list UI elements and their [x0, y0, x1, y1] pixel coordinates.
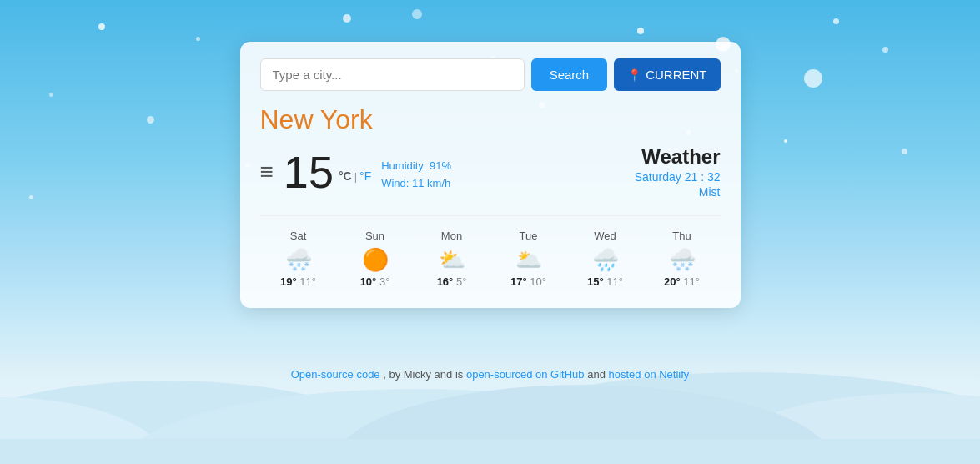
temp-low: 11°: [683, 275, 700, 288]
github-link[interactable]: open-sourced on GitHub: [466, 368, 585, 381]
forecast-icon: 🌨️: [644, 249, 721, 270]
humidity-value: Humidity: 91%: [381, 158, 451, 175]
open-source-link[interactable]: Open-source code: [291, 368, 380, 381]
current-label: CURRENT: [646, 68, 706, 82]
day-label: Wed: [567, 229, 644, 242]
temp-low: 11°: [299, 275, 316, 288]
temp-high: 10°: [360, 275, 377, 288]
current-weather-row: ≡ 15 °C | °F Humidity: 91% Wind: 11 km/h…: [260, 145, 721, 199]
forecast-temps: 16° 5°: [414, 275, 490, 288]
wind-icon: ≡: [260, 160, 274, 184]
forecast-temps: 17° 10°: [490, 275, 567, 288]
forecast-day-sat: Sat 🌨️ 19° 11°: [260, 229, 337, 288]
fahrenheit-unit[interactable]: °F: [359, 169, 371, 183]
forecast-icon: ⛅: [414, 249, 490, 270]
current-location-button[interactable]: 📍 CURRENT: [614, 58, 720, 91]
forecast-row: Sat 🌨️ 19° 11° Sun 🟠 10° 3° Mon ⛅ 16° 5°…: [260, 215, 721, 288]
forecast-icon: 🟠: [337, 249, 414, 270]
temperature-value: 15: [284, 149, 334, 194]
forecast-day-wed: Wed 🌧️ 15° 11°: [567, 229, 644, 288]
day-label: Sun: [337, 229, 414, 242]
forecast-day-sun: Sun 🟠 10° 3°: [337, 229, 414, 288]
temp-high: 19°: [280, 275, 297, 288]
day-label: Thu: [644, 229, 721, 242]
forecast-day-thu: Thu 🌨️ 20° 11°: [644, 229, 721, 288]
forecast-icon: 🌥️: [490, 249, 567, 270]
temp-low: 10°: [530, 275, 546, 288]
wind-value: Wind: 11 km/h: [381, 175, 451, 193]
search-row: Search 📍 CURRENT: [260, 58, 721, 91]
day-label: Tue: [490, 229, 567, 242]
city-search-input[interactable]: [260, 58, 525, 91]
forecast-temps: 20° 11°: [644, 275, 721, 288]
search-button[interactable]: Search: [531, 58, 608, 91]
footer-text-4: and: [587, 368, 608, 381]
forecast-day-tue: Tue 🌥️ 17° 10°: [490, 229, 567, 288]
day-label: Sat: [260, 229, 337, 242]
svg-rect-6: [0, 439, 980, 464]
weather-card: Search 📍 CURRENT New York ≡ 15 °C | °F H…: [240, 42, 741, 308]
weather-title: Weather: [635, 145, 721, 169]
footer-text-2: , by Micky and is: [383, 368, 466, 381]
humidity-wind-info: Humidity: 91% Wind: 11 km/h: [381, 158, 451, 193]
celsius-unit[interactable]: °C: [339, 169, 352, 183]
city-name: New York: [260, 104, 721, 135]
forecast-temps: 15° 11°: [567, 275, 644, 288]
temp-high: 15°: [587, 275, 604, 288]
weather-date: Saturday 21 : 32: [635, 170, 721, 184]
snow-hills: [0, 314, 980, 464]
temp-low: 3°: [379, 275, 389, 288]
unit-separator: |: [354, 170, 357, 183]
forecast-temps: 19° 11°: [260, 275, 337, 288]
forecast-day-mon: Mon ⛅ 16° 5°: [414, 229, 490, 288]
weather-info-panel: Weather Saturday 21 : 32 Mist: [635, 145, 721, 199]
temp-low: 11°: [606, 275, 623, 288]
forecast-icon: 🌧️: [567, 249, 644, 270]
day-label: Mon: [414, 229, 490, 242]
pin-icon: 📍: [627, 68, 641, 82]
temperature-units: °C | °F: [339, 169, 371, 183]
temp-high: 16°: [437, 275, 454, 288]
temp-high: 20°: [664, 275, 681, 288]
temp-low: 5°: [456, 275, 466, 288]
netlify-link[interactable]: hosted on Netlify: [609, 368, 690, 381]
forecast-temps: 10° 3°: [337, 275, 414, 288]
forecast-icon: 🌨️: [260, 249, 337, 270]
temp-high: 17°: [510, 275, 527, 288]
footer: Open-source code , by Micky and is open-…: [291, 368, 690, 381]
weather-condition: Mist: [635, 185, 721, 199]
